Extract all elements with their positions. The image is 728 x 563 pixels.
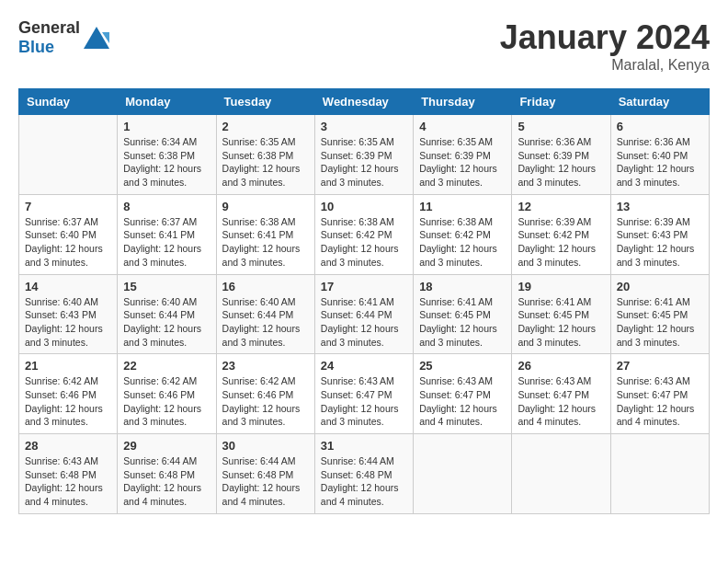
calendar-cell: 21Sunrise: 6:42 AMSunset: 6:46 PMDayligh…	[19, 354, 118, 434]
calendar-cell: 25Sunrise: 6:43 AMSunset: 6:47 PMDayligh…	[414, 354, 512, 434]
logo-text: General Blue	[18, 18, 80, 57]
day-number: 6	[617, 120, 703, 133]
day-info: Sunrise: 6:40 AMSunset: 6:44 PMDaylight:…	[222, 295, 309, 350]
weekday-header-monday: Monday	[118, 89, 216, 115]
day-info: Sunrise: 6:41 AMSunset: 6:45 PMDaylight:…	[419, 295, 506, 350]
calendar-cell	[19, 115, 118, 195]
day-info: Sunrise: 6:43 AMSunset: 6:48 PMDaylight:…	[25, 454, 111, 509]
calendar-cell: 5Sunrise: 6:36 AMSunset: 6:39 PMDaylight…	[512, 115, 610, 195]
logo-icon	[82, 25, 111, 51]
calendar-cell: 19Sunrise: 6:41 AMSunset: 6:45 PMDayligh…	[512, 274, 610, 354]
day-info: Sunrise: 6:43 AMSunset: 6:47 PMDaylight:…	[617, 374, 703, 429]
weekday-header-saturday: Saturday	[610, 89, 709, 115]
calendar-week-row: 21Sunrise: 6:42 AMSunset: 6:46 PMDayligh…	[19, 354, 710, 434]
day-info: Sunrise: 6:43 AMSunset: 6:47 PMDaylight:…	[419, 374, 506, 429]
day-number: 13	[617, 200, 703, 213]
calendar-cell: 16Sunrise: 6:40 AMSunset: 6:44 PMDayligh…	[216, 274, 314, 354]
day-number: 21	[25, 359, 111, 373]
calendar-cell: 6Sunrise: 6:36 AMSunset: 6:40 PMDaylight…	[610, 115, 709, 195]
calendar-cell: 13Sunrise: 6:39 AMSunset: 6:43 PMDayligh…	[610, 194, 709, 274]
day-number: 26	[518, 359, 604, 373]
day-number: 3	[321, 120, 407, 133]
day-number: 24	[321, 359, 407, 373]
day-number: 7	[25, 200, 111, 213]
day-info: Sunrise: 6:44 AMSunset: 6:48 PMDaylight:…	[321, 454, 407, 509]
day-info: Sunrise: 6:41 AMSunset: 6:45 PMDaylight:…	[518, 295, 604, 350]
day-info: Sunrise: 6:39 AMSunset: 6:43 PMDaylight:…	[617, 215, 703, 270]
calendar-cell: 9Sunrise: 6:38 AMSunset: 6:41 PMDaylight…	[216, 194, 314, 274]
calendar-cell: 28Sunrise: 6:43 AMSunset: 6:48 PMDayligh…	[19, 434, 118, 514]
day-number: 1	[123, 120, 210, 133]
calendar-cell: 17Sunrise: 6:41 AMSunset: 6:44 PMDayligh…	[314, 274, 413, 354]
calendar-cell: 15Sunrise: 6:40 AMSunset: 6:44 PMDayligh…	[118, 274, 216, 354]
day-number: 2	[222, 120, 309, 133]
page-header: General Blue January 2024 Maralal, Kenya	[18, 18, 710, 74]
weekday-header-row: SundayMondayTuesdayWednesdayThursdayFrid…	[19, 89, 710, 115]
day-info: Sunrise: 6:42 AMSunset: 6:46 PMDaylight:…	[222, 374, 309, 429]
day-info: Sunrise: 6:37 AMSunset: 6:41 PMDaylight:…	[123, 215, 210, 270]
day-info: Sunrise: 6:39 AMSunset: 6:42 PMDaylight:…	[518, 215, 604, 270]
day-info: Sunrise: 6:43 AMSunset: 6:47 PMDaylight:…	[518, 374, 604, 429]
day-info: Sunrise: 6:35 AMSunset: 6:39 PMDaylight:…	[321, 135, 407, 190]
month-title: January 2024	[500, 18, 710, 57]
calendar-cell: 31Sunrise: 6:44 AMSunset: 6:48 PMDayligh…	[314, 434, 413, 514]
weekday-header-wednesday: Wednesday	[314, 89, 413, 115]
day-number: 30	[222, 439, 309, 453]
day-info: Sunrise: 6:42 AMSunset: 6:46 PMDaylight:…	[25, 374, 111, 429]
day-info: Sunrise: 6:43 AMSunset: 6:47 PMDaylight:…	[321, 374, 407, 429]
day-number: 22	[123, 359, 210, 373]
day-number: 23	[222, 359, 309, 373]
day-number: 17	[321, 280, 407, 293]
calendar-cell: 10Sunrise: 6:38 AMSunset: 6:42 PMDayligh…	[314, 194, 413, 274]
calendar-cell	[512, 434, 610, 514]
day-info: Sunrise: 6:37 AMSunset: 6:40 PMDaylight:…	[25, 215, 111, 270]
calendar-cell: 24Sunrise: 6:43 AMSunset: 6:47 PMDayligh…	[314, 354, 413, 434]
weekday-header-thursday: Thursday	[414, 89, 512, 115]
logo: General Blue	[18, 18, 111, 57]
day-number: 12	[518, 200, 604, 213]
weekday-header-sunday: Sunday	[19, 89, 118, 115]
day-number: 29	[123, 439, 210, 453]
day-info: Sunrise: 6:40 AMSunset: 6:43 PMDaylight:…	[25, 295, 111, 350]
day-info: Sunrise: 6:38 AMSunset: 6:42 PMDaylight:…	[419, 215, 506, 270]
day-number: 14	[25, 280, 111, 293]
calendar-cell: 18Sunrise: 6:41 AMSunset: 6:45 PMDayligh…	[414, 274, 512, 354]
calendar-cell: 4Sunrise: 6:35 AMSunset: 6:39 PMDaylight…	[414, 115, 512, 195]
day-number: 11	[419, 200, 506, 213]
calendar-week-row: 14Sunrise: 6:40 AMSunset: 6:43 PMDayligh…	[19, 274, 710, 354]
day-number: 4	[419, 120, 506, 133]
day-info: Sunrise: 6:34 AMSunset: 6:38 PMDaylight:…	[123, 135, 210, 190]
calendar-cell: 12Sunrise: 6:39 AMSunset: 6:42 PMDayligh…	[512, 194, 610, 274]
calendar-table: SundayMondayTuesdayWednesdayThursdayFrid…	[18, 88, 710, 514]
calendar-week-row: 28Sunrise: 6:43 AMSunset: 6:48 PMDayligh…	[19, 434, 710, 514]
day-number: 27	[617, 359, 703, 373]
calendar-week-row: 7Sunrise: 6:37 AMSunset: 6:40 PMDaylight…	[19, 194, 710, 274]
day-info: Sunrise: 6:40 AMSunset: 6:44 PMDaylight:…	[123, 295, 210, 350]
day-info: Sunrise: 6:38 AMSunset: 6:41 PMDaylight:…	[222, 215, 309, 270]
day-number: 9	[222, 200, 309, 213]
day-number: 15	[123, 280, 210, 293]
day-number: 16	[222, 280, 309, 293]
day-number: 31	[321, 439, 407, 453]
day-number: 28	[25, 439, 111, 453]
logo-general: General	[18, 18, 80, 37]
day-info: Sunrise: 6:41 AMSunset: 6:45 PMDaylight:…	[617, 295, 703, 350]
calendar-cell: 27Sunrise: 6:43 AMSunset: 6:47 PMDayligh…	[610, 354, 709, 434]
day-number: 19	[518, 280, 604, 293]
calendar-cell: 7Sunrise: 6:37 AMSunset: 6:40 PMDaylight…	[19, 194, 118, 274]
day-number: 18	[419, 280, 506, 293]
logo-blue: Blue	[18, 38, 54, 56]
calendar-cell: 22Sunrise: 6:42 AMSunset: 6:46 PMDayligh…	[118, 354, 216, 434]
day-info: Sunrise: 6:35 AMSunset: 6:39 PMDaylight:…	[419, 135, 506, 190]
calendar-cell	[610, 434, 709, 514]
calendar-cell: 26Sunrise: 6:43 AMSunset: 6:47 PMDayligh…	[512, 354, 610, 434]
calendar-cell: 11Sunrise: 6:38 AMSunset: 6:42 PMDayligh…	[414, 194, 512, 274]
day-number: 20	[617, 280, 703, 293]
calendar-cell: 3Sunrise: 6:35 AMSunset: 6:39 PMDaylight…	[314, 115, 413, 195]
weekday-header-tuesday: Tuesday	[216, 89, 314, 115]
calendar-cell: 30Sunrise: 6:44 AMSunset: 6:48 PMDayligh…	[216, 434, 314, 514]
day-info: Sunrise: 6:36 AMSunset: 6:40 PMDaylight:…	[617, 135, 703, 190]
day-info: Sunrise: 6:41 AMSunset: 6:44 PMDaylight:…	[321, 295, 407, 350]
calendar-cell: 2Sunrise: 6:35 AMSunset: 6:38 PMDaylight…	[216, 115, 314, 195]
svg-marker-0	[84, 27, 109, 49]
